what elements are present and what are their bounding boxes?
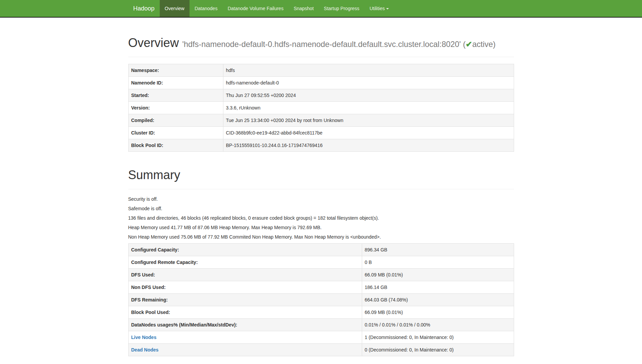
namenode-host-text: 'hdfs-namenode-default-0.hdfs-namenode-d… bbox=[182, 40, 461, 49]
status-active-label: active) bbox=[472, 40, 495, 49]
namenode-status: (✔active) bbox=[463, 40, 495, 49]
nav-link-datanode-volume-failures[interactable]: Datanode Volume Failures bbox=[223, 0, 289, 17]
navbar-menu: Overview Datanodes Datanode Volume Failu… bbox=[160, 0, 394, 17]
summary-title: Summary bbox=[128, 167, 514, 183]
table-row: DataNodes usages% (Min/Median/Max/stdDev… bbox=[128, 318, 514, 331]
table-row: Non DFS Used: 186.14 GB bbox=[128, 281, 514, 293]
row-label: DFS Remaining: bbox=[128, 293, 362, 306]
namenode-host: 'hdfs-namenode-default-0.hdfs-namenode-d… bbox=[182, 40, 496, 49]
row-value: 3.3.6, rUnknown bbox=[223, 102, 514, 114]
row-value: hdfs bbox=[223, 64, 514, 77]
summary-text-block: Security is off. Safemode is off. 136 fi… bbox=[128, 196, 514, 241]
brand-hadoop: Hadoop bbox=[128, 0, 160, 17]
nav-item-datanodes[interactable]: Datanodes bbox=[190, 0, 223, 17]
summary-page-header: Summary bbox=[128, 167, 514, 189]
row-label: DataNodes usages% (Min/Median/Max/stdDev… bbox=[128, 318, 362, 331]
row-value: Tue Jun 25 13:34:00 +0200 2024 by root f… bbox=[223, 114, 514, 127]
nav-item-startup-progress[interactable]: Startup Progress bbox=[319, 0, 364, 17]
row-value: hdfs-namenode-default-0 bbox=[223, 77, 514, 89]
status-open-paren: ( bbox=[463, 40, 466, 49]
nav-link-datanodes[interactable]: Datanodes bbox=[190, 0, 223, 17]
non-heap-memory-text: Non Heap Memory used 75.06 MB of 77.92 M… bbox=[128, 234, 514, 241]
nav-item-snapshot[interactable]: Snapshot bbox=[289, 0, 319, 17]
row-value: 664.03 GB (74.08%) bbox=[362, 293, 514, 306]
table-row: DFS Used: 66.09 MB (0.01%) bbox=[128, 268, 514, 281]
row-value: CID-368b9fc0-ee19-4d22-abbd-84fcec8117be bbox=[223, 127, 514, 139]
row-value: Thu Jun 27 09:52:55 +0200 2024 bbox=[223, 89, 514, 102]
heap-memory-text: Heap Memory used 41.77 MB of 87.06 MB He… bbox=[128, 224, 514, 231]
nav-link-utilities-label: Utilities bbox=[370, 6, 385, 11]
nav-link-snapshot[interactable]: Snapshot bbox=[289, 0, 319, 17]
table-row: Live Nodes 1 (Decommissioned: 0, In Main… bbox=[128, 331, 514, 343]
row-label: Block Pool ID: bbox=[128, 139, 223, 152]
filesystem-objects-text: 136 files and directories, 46 blocks (46… bbox=[128, 215, 514, 222]
row-value: 0.01% / 0.01% / 0.01% / 0.00% bbox=[362, 318, 514, 331]
table-row: Namespace: hdfs bbox=[128, 64, 514, 77]
safemode-status-text: Safemode is off. bbox=[128, 205, 514, 212]
table-row: Namenode ID: hdfs-namenode-default-0 bbox=[128, 77, 514, 89]
row-label: Non DFS Used: bbox=[128, 281, 362, 293]
row-value: 186.14 GB bbox=[362, 281, 514, 293]
page-title-text: Overview bbox=[128, 36, 179, 50]
row-label: Version: bbox=[128, 102, 223, 114]
table-row: DFS Remaining: 664.03 GB (74.08%) bbox=[128, 293, 514, 306]
table-row: Cluster ID: CID-368b9fc0-ee19-4d22-abbd-… bbox=[128, 127, 514, 139]
nav-link-startup-progress[interactable]: Startup Progress bbox=[319, 0, 364, 17]
security-status-text: Security is off. bbox=[128, 196, 514, 203]
table-row: Configured Capacity: 896.34 GB bbox=[128, 243, 514, 256]
nav-item-overview[interactable]: Overview bbox=[160, 0, 190, 17]
row-value: 66.09 MB (0.01%) bbox=[362, 268, 514, 281]
row-label: Namenode ID: bbox=[128, 77, 223, 89]
row-label: Cluster ID: bbox=[128, 127, 223, 139]
top-navbar: Hadoop Overview Datanodes Datanode Volum… bbox=[0, 0, 642, 18]
row-value: 896.34 GB bbox=[362, 243, 514, 256]
row-label: Configured Remote Capacity: bbox=[128, 256, 362, 268]
row-value: 0 (Decommissioned: 0, In Maintenance: 0) bbox=[362, 343, 514, 356]
dead-nodes-link[interactable]: Dead Nodes bbox=[131, 347, 159, 353]
row-label: Compiled: bbox=[128, 114, 223, 127]
table-row: Configured Remote Capacity: 0 B bbox=[128, 256, 514, 268]
row-value: 0 B bbox=[362, 256, 514, 268]
nav-item-utilities[interactable]: Utilities bbox=[364, 0, 394, 17]
row-label: Configured Capacity: bbox=[128, 243, 362, 256]
live-nodes-link[interactable]: Live Nodes bbox=[131, 335, 157, 340]
table-row: Started: Thu Jun 27 09:52:55 +0200 2024 bbox=[128, 89, 514, 102]
nav-item-datanode-volume-failures[interactable]: Datanode Volume Failures bbox=[223, 0, 289, 17]
table-row: Version: 3.3.6, rUnknown bbox=[128, 102, 514, 114]
table-row: Block Pool Used: 66.09 MB (0.01%) bbox=[128, 306, 514, 318]
row-label: Namespace: bbox=[128, 64, 223, 77]
table-row: Compiled: Tue Jun 25 13:34:00 +0200 2024… bbox=[128, 114, 514, 127]
table-row: Dead Nodes 0 (Decommissioned: 0, In Main… bbox=[128, 343, 514, 356]
overview-page-header: Overview 'hdfs-namenode-default-0.hdfs-n… bbox=[128, 35, 514, 57]
page-title: Overview 'hdfs-namenode-default-0.hdfs-n… bbox=[128, 35, 514, 50]
row-value: 66.09 MB (0.01%) bbox=[362, 306, 514, 318]
overview-info-table: Namespace: hdfs Namenode ID: hdfs-nameno… bbox=[128, 64, 514, 152]
check-icon: ✔ bbox=[466, 40, 472, 49]
row-label: Block Pool Used: bbox=[128, 306, 362, 318]
row-value: 1 (Decommissioned: 0, In Maintenance: 0) bbox=[362, 331, 514, 343]
table-row: Block Pool ID: BP-1515559101-10.244.0.16… bbox=[128, 139, 514, 152]
row-label: DFS Used: bbox=[128, 268, 362, 281]
nav-link-overview[interactable]: Overview bbox=[160, 0, 190, 17]
chevron-down-icon bbox=[386, 8, 389, 9]
row-label: Live Nodes bbox=[128, 331, 362, 343]
nav-link-utilities-dropdown[interactable]: Utilities bbox=[364, 0, 394, 17]
row-value: BP-1515559101-10.244.0.16-1719474769416 bbox=[223, 139, 514, 152]
summary-info-table: Configured Capacity: 896.34 GB Configure… bbox=[128, 243, 514, 356]
row-label: Dead Nodes bbox=[128, 343, 362, 356]
row-label: Started: bbox=[128, 89, 223, 102]
